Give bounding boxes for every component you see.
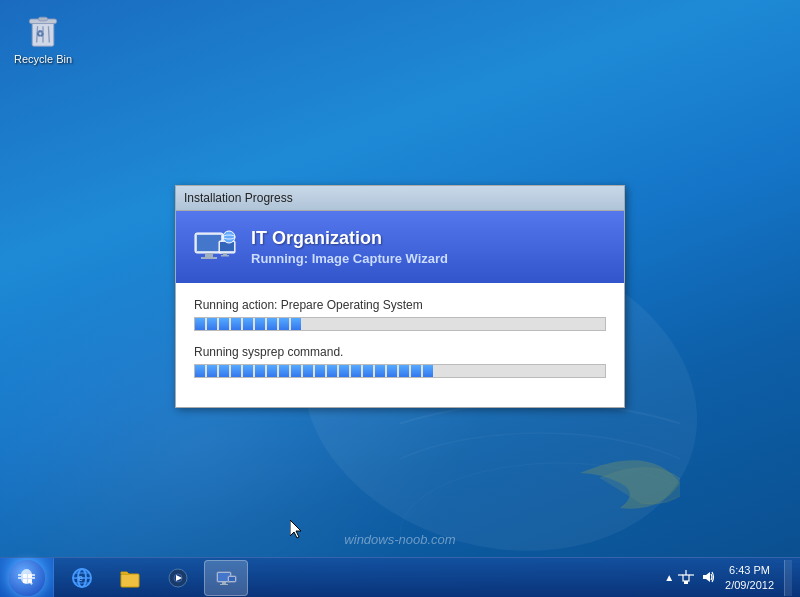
dialog-header: IT Organization Running: Image Capture W…: [176, 211, 624, 283]
svg-rect-38: [220, 584, 228, 585]
system-tray-area: ▲ 6:43 PM: [656, 558, 800, 597]
dialog-header-text: IT Organization Running: Image Capture W…: [251, 228, 448, 266]
svg-text:e: e: [78, 573, 83, 583]
running-label: Running: Image Capture Wizard: [251, 251, 448, 266]
date-display: 2/09/2012: [725, 578, 774, 592]
svg-rect-30: [121, 574, 139, 587]
clock[interactable]: 6:43 PM 2/09/2012: [719, 563, 780, 592]
svg-rect-15: [220, 242, 234, 251]
svg-rect-22: [23, 579, 27, 583]
svg-rect-40: [229, 577, 235, 581]
system-tray: [678, 570, 715, 586]
svg-rect-13: [201, 257, 217, 259]
show-desktop-button[interactable]: [784, 560, 792, 596]
tray-expand-button[interactable]: ▲: [664, 572, 674, 583]
dialog-title: Installation Progress: [184, 191, 293, 205]
tray-volume-icon: [701, 570, 715, 586]
start-orb: [9, 560, 45, 596]
svg-text:♻: ♻: [36, 29, 44, 39]
svg-marker-46: [703, 572, 710, 582]
recycle-bin-image: ♻: [23, 9, 63, 49]
taskbar-media[interactable]: [156, 560, 200, 596]
taskbar-explorer[interactable]: [108, 560, 152, 596]
taskbar-network-wizard[interactable]: [204, 560, 248, 596]
dialog-body: Running action: Prepare Operating System…: [176, 283, 624, 407]
svg-line-8: [48, 26, 49, 42]
svg-rect-11: [197, 235, 221, 251]
svg-rect-16: [223, 253, 227, 255]
svg-rect-5: [38, 17, 47, 21]
svg-point-18: [223, 231, 235, 243]
progress-bar-2: [194, 364, 606, 378]
progress-segments-1: [195, 318, 605, 330]
svg-rect-21: [28, 574, 32, 578]
svg-rect-23: [28, 579, 32, 583]
recycle-bin-label: Recycle Bin: [14, 53, 72, 66]
taskbar-apps: e: [54, 558, 656, 597]
svg-rect-45: [684, 581, 688, 584]
action2-label: Running sysprep command.: [194, 345, 606, 359]
recycle-bin-icon[interactable]: ♻ Recycle Bin: [5, 5, 81, 70]
org-name: IT Organization: [251, 228, 448, 249]
svg-rect-12: [205, 253, 213, 257]
action1-label: Running action: Prepare Operating System: [194, 298, 606, 312]
taskbar: e: [0, 557, 800, 597]
dialog-titlebar: Installation Progress: [176, 186, 624, 211]
svg-rect-20: [23, 574, 27, 578]
progress-segments-2: [195, 365, 605, 377]
installation-dialog: Installation Progress IT Organization: [175, 185, 625, 408]
time-display: 6:43 PM: [729, 563, 770, 577]
tray-network-icon: [678, 570, 694, 586]
svg-rect-41: [683, 575, 689, 581]
svg-rect-37: [222, 582, 226, 584]
org-icon: [191, 223, 239, 271]
svg-rect-17: [221, 255, 229, 257]
taskbar-ie[interactable]: e: [60, 560, 104, 596]
progress-bar-1: [194, 317, 606, 331]
start-button[interactable]: [0, 558, 54, 598]
